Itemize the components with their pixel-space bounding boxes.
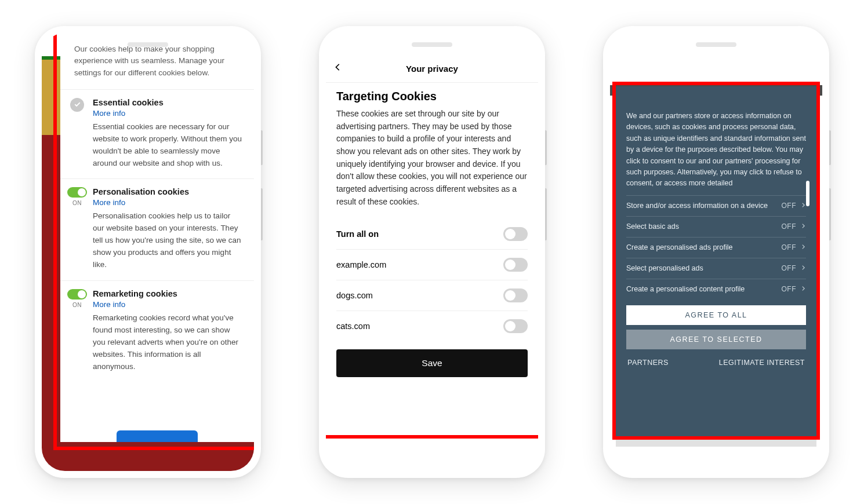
chevron-right-icon: [801, 243, 806, 253]
more-info-link[interactable]: More info: [93, 198, 125, 207]
more-info-link[interactable]: More info: [93, 300, 125, 309]
section-desc: Personalisation cookies help us to tailo…: [93, 210, 242, 271]
intro-text: We and our partners store or access info…: [626, 111, 806, 189]
purpose-row[interactable]: Store and/or access information on a dev…: [626, 196, 806, 217]
row-label: Select basic ads: [626, 222, 782, 231]
partners-link[interactable]: PARTNERS: [627, 359, 669, 367]
toggle-state: OFF: [782, 285, 797, 293]
toggle-switch[interactable]: [503, 227, 528, 241]
phone-mockup-1: Our cookies help to make your shopping e…: [35, 26, 261, 478]
row-label: dogs.com: [336, 291, 373, 300]
page-title: Targeting Cookies: [336, 90, 528, 103]
scrollbar-thumb[interactable]: [806, 181, 809, 206]
row-label: Select personalised ads: [626, 264, 782, 272]
essential-cookies-section: Essential cookies More info Essential co…: [60, 89, 254, 179]
toggle-switch[interactable]: [67, 187, 87, 198]
page-description: These cookies are set through our site b…: [336, 108, 528, 209]
phone-mockup-3: We and our partners store or access info…: [603, 26, 829, 478]
toggle-state: OFF: [782, 222, 797, 231]
row-label: Store and/or access information on a dev…: [626, 202, 782, 210]
toggle-row: example.com: [336, 250, 528, 280]
consent-panel: We and our partners store or access info…: [616, 86, 816, 436]
save-button[interactable]: [117, 430, 198, 442]
remarketing-cookies-section: ON Remarketing cookies More info Remarke…: [60, 280, 254, 382]
cookie-settings-panel: Our cookies help to make your shopping e…: [60, 33, 254, 442]
agree-selected-button[interactable]: AGREE TO SELECTED: [626, 330, 806, 349]
modal-header: Your privacy: [326, 55, 538, 83]
chevron-right-icon: [801, 264, 806, 273]
toggle-switch[interactable]: [503, 258, 528, 272]
purpose-row[interactable]: Select personalised ads OFF: [626, 258, 806, 279]
toggle-switch[interactable]: [503, 288, 528, 302]
toggle-state: OFF: [782, 243, 797, 251]
toggle-state: ON: [72, 200, 82, 206]
section-title: Essential cookies: [93, 98, 242, 107]
section-desc: Essential cookies are necessary for our …: [93, 121, 242, 170]
toggle-row: cats.com: [336, 311, 528, 341]
toggle-state: OFF: [782, 202, 797, 210]
purpose-row[interactable]: Select basic ads OFF: [626, 217, 806, 238]
chevron-right-icon: [801, 222, 806, 232]
header-title: Your privacy: [406, 64, 458, 74]
phone-mockup-2: Your privacy Targeting Cookies These coo…: [319, 26, 545, 478]
row-label: Create a personalised ads profile: [626, 243, 782, 251]
toggle-state: OFF: [782, 264, 797, 272]
toggle-row-turn-all-on: Turn all on: [336, 219, 528, 250]
chevron-right-icon: [801, 284, 806, 294]
more-info-link[interactable]: More info: [93, 109, 125, 118]
legitimate-interest-link[interactable]: LEGITIMATE INTEREST: [719, 359, 805, 367]
check-icon: [70, 98, 84, 112]
save-button[interactable]: Save: [336, 349, 528, 377]
row-label: Create a personalised content profile: [626, 285, 782, 293]
row-label: Turn all on: [336, 229, 379, 239]
back-button[interactable]: [334, 63, 342, 74]
toggle-switch[interactable]: [503, 319, 528, 333]
personalisation-cookies-section: ON Personalisation cookies More info Per…: [60, 178, 254, 280]
intro-text: Our cookies help to make your shopping e…: [60, 33, 254, 89]
purpose-row[interactable]: Create a personalised content profile OF…: [626, 279, 806, 300]
section-desc: Remarketing cookies record what you've f…: [93, 312, 242, 373]
purpose-row[interactable]: Create a personalised ads profile OFF: [626, 238, 806, 258]
chevron-right-icon: [801, 201, 806, 211]
toggle-row: dogs.com: [336, 280, 528, 311]
toggle-switch[interactable]: [67, 289, 87, 300]
toggle-state: ON: [72, 302, 82, 308]
purpose-list: Store and/or access information on a dev…: [626, 195, 806, 300]
row-label: cats.com: [336, 322, 370, 331]
section-title: Remarketing cookies: [93, 289, 242, 298]
row-label: example.com: [336, 260, 386, 269]
section-title: Personalisation cookies: [93, 187, 242, 196]
agree-all-button[interactable]: AGREE TO ALL: [626, 305, 806, 325]
